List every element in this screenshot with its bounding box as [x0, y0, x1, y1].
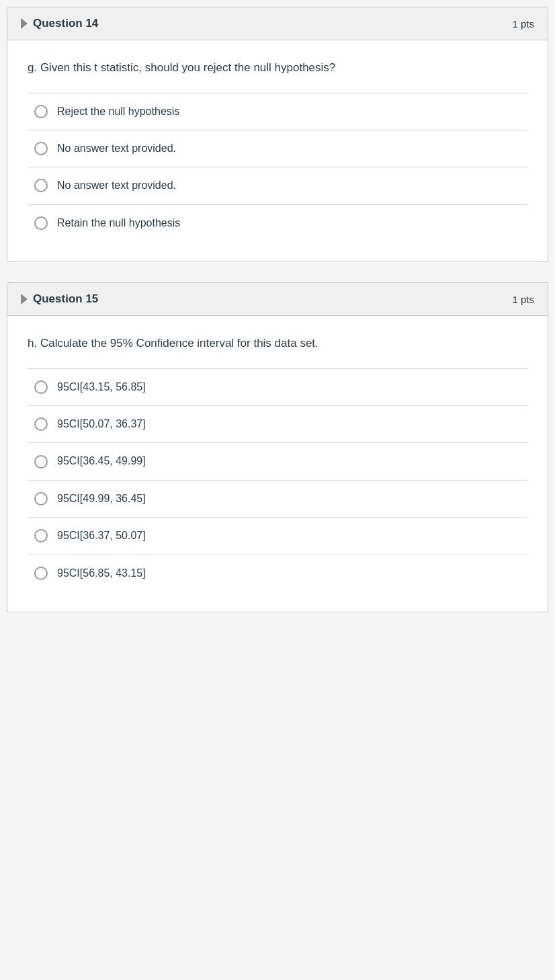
chevron-right-icon	[21, 18, 28, 29]
answer-label: 95CI[56.85, 43.15]	[57, 566, 146, 581]
answer-item[interactable]: 95CI[43.15, 56.85]	[28, 369, 527, 406]
answer-item[interactable]: No answer text provided.	[28, 130, 527, 167]
question-text: g. Given this t statistic, should you re…	[28, 59, 527, 77]
answer-label: 95CI[36.45, 49.99]	[57, 454, 146, 468]
radio-button[interactable]	[34, 105, 48, 118]
question-block-15: Question 151 ptsh. Calculate the 95% Con…	[7, 282, 548, 612]
radio-button[interactable]	[34, 216, 48, 230]
radio-button[interactable]	[34, 529, 48, 542]
chevron-right-icon	[21, 294, 28, 304]
radio-button[interactable]	[34, 142, 48, 155]
radio-button[interactable]	[34, 492, 48, 505]
radio-button[interactable]	[34, 380, 48, 394]
answer-list: 95CI[43.15, 56.85]95CI[50.07, 36.37]95CI…	[28, 368, 527, 591]
answer-item[interactable]: Reject the null hypothesis	[28, 93, 527, 130]
question-number: Question 15	[33, 292, 98, 306]
question-points: 1 pts	[512, 18, 534, 30]
answer-item[interactable]: No answer text provided.	[28, 167, 527, 204]
answer-label: Reject the null hypothesis	[57, 104, 179, 119]
question-body: h. Calculate the 95% Confidence interval…	[7, 316, 548, 612]
answer-item[interactable]: 95CI[50.07, 36.37]	[28, 406, 527, 443]
answer-label: No answer text provided.	[57, 141, 176, 156]
radio-button[interactable]	[34, 417, 48, 431]
answer-label: 95CI[36.37, 50.07]	[57, 528, 146, 543]
answer-label: 95CI[43.15, 56.85]	[57, 380, 146, 395]
radio-button[interactable]	[34, 179, 48, 192]
question-block-14: Question 141 ptsg. Given this t statisti…	[7, 7, 548, 262]
radio-button[interactable]	[34, 455, 48, 468]
answer-label: Retain the null hypothesis	[57, 216, 180, 231]
answer-item[interactable]: 95CI[49.99, 36.45]	[28, 481, 527, 518]
question-header-14: Question 141 pts	[7, 7, 548, 40]
page-container: Question 141 ptsg. Given this t statisti…	[0, 0, 555, 639]
answer-item[interactable]: 95CI[36.45, 49.99]	[28, 443, 527, 480]
question-text: h. Calculate the 95% Confidence interval…	[28, 335, 527, 352]
question-body: g. Given this t statistic, should you re…	[7, 40, 548, 261]
radio-button[interactable]	[34, 567, 48, 580]
answer-label: No answer text provided.	[57, 178, 176, 193]
answer-item[interactable]: 95CI[36.37, 50.07]	[28, 518, 527, 555]
answer-item[interactable]: Retain the null hypothesis	[28, 205, 527, 241]
answer-label: 95CI[50.07, 36.37]	[57, 417, 146, 432]
question-number: Question 14	[33, 17, 98, 30]
answer-label: 95CI[49.99, 36.45]	[57, 491, 146, 506]
answer-item[interactable]: 95CI[56.85, 43.15]	[28, 555, 527, 591]
question-header-15: Question 151 pts	[7, 283, 548, 316]
answer-list: Reject the null hypothesisNo answer text…	[28, 93, 527, 242]
question-points: 1 pts	[512, 294, 534, 305]
